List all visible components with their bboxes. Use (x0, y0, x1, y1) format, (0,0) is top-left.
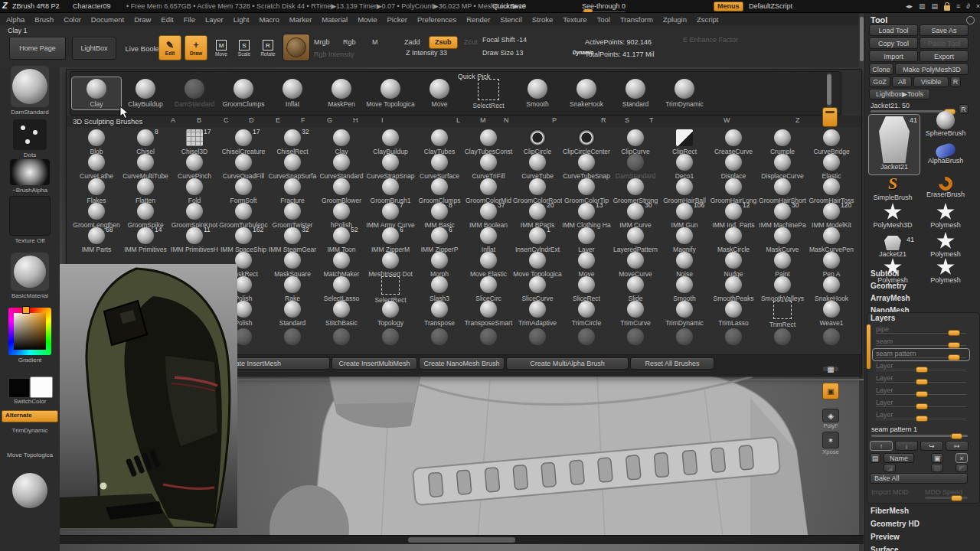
sidebar-item-alternate[interactable]: Alternate (0, 410, 60, 422)
brush-trimlasso[interactable]: TrimLasso (709, 299, 758, 327)
split-layer-button[interactable]: ↪ (920, 441, 943, 451)
secondary-color-swatch[interactable] (30, 377, 53, 398)
brush-claytubesconst[interactable]: ClayTubesConst (464, 128, 513, 155)
section-fibermesh[interactable]: FiberMesh (871, 507, 909, 515)
brush-layeredpattern[interactable]: LayeredPattern (611, 226, 660, 253)
brush-snakehook[interactable]: SnakeHook (562, 77, 611, 108)
quicksave-button[interactable]: QuickSave (492, 2, 526, 11)
name-button[interactable]: Name (884, 453, 914, 463)
menu-movie[interactable]: Movie (358, 15, 377, 24)
menu-draw[interactable]: Draw (134, 15, 151, 24)
menu-texture[interactable]: Texture (563, 15, 586, 24)
layer-intensity-handle[interactable] (916, 367, 928, 373)
brush-clipcurve[interactable]: ClipCurve (611, 128, 660, 155)
brush-deco1[interactable]: Deco1 (660, 152, 709, 180)
letter-tab-l[interactable]: L (456, 116, 460, 124)
brush-crumple[interactable]: Crumple (758, 128, 807, 155)
brush-groomhairball[interactable]: GroomHairBall (660, 177, 709, 204)
lock-icon[interactable] (944, 5, 950, 11)
menu-marker[interactable]: Marker (289, 15, 312, 24)
letter-tab-g[interactable]: G (327, 116, 332, 124)
brush-morph[interactable]: Morph (415, 250, 464, 278)
letter-tab-a[interactable]: A (171, 116, 175, 124)
tool-item-jacket21[interactable]: 41Jacket21 (869, 115, 920, 174)
brush-maskcurvepen[interactable]: MaskCurvePen (807, 226, 856, 253)
layer-row-seam-1[interactable]: seam (873, 337, 969, 348)
layer-extra-icon-button[interactable]: ▨ (931, 464, 943, 472)
brush-imm-modelkit[interactable]: 120IMM ModelKit (807, 201, 856, 229)
brush-flakes[interactable]: Flakes (72, 177, 121, 204)
brush-topology[interactable]: Topology (366, 299, 415, 327)
brush-imm-curve[interactable]: 30IMM Curve (611, 201, 660, 229)
brush-clipcircle[interactable]: ClipCircle (513, 128, 562, 155)
brush-chisel[interactable]: 8Chisel (121, 128, 170, 155)
brush-creasecurve[interactable]: CreaseCurve (709, 128, 758, 155)
solo-tray-button[interactable]: ▣ (821, 383, 841, 399)
layer-row-layer-4[interactable]: Layer (873, 373, 969, 385)
brush-imm-primitives[interactable]: 14IMM Primitives (121, 226, 170, 253)
move-up-button[interactable]: ↑ (870, 441, 893, 451)
menu-preferences[interactable]: Preferences (417, 15, 456, 24)
menu-stroke[interactable]: Stroke (532, 15, 553, 24)
brush-curvebridge[interactable]: CurveBridge (807, 128, 856, 155)
brush-groomspinknot[interactable]: GroomSpinKnot (170, 201, 219, 229)
brush-imm-spaceship[interactable]: 162IMM SpaceShip (219, 226, 268, 253)
mrgb-button[interactable]: Mrgb (314, 38, 330, 47)
menu-zplugin[interactable]: Zplugin (663, 15, 687, 24)
active-tool-slider-label[interactable]: Jacket21. 50 (871, 102, 910, 110)
brush-weave1[interactable]: Weave1 (807, 299, 856, 327)
brush-slicecurve[interactable]: SliceCurve (513, 275, 562, 302)
layer-extra-icon-button[interactable]: ◪ (884, 464, 896, 472)
brush-curvelathe[interactable]: CurveLathe (72, 152, 121, 180)
clone-button[interactable]: Clone (869, 64, 893, 75)
menu-macro[interactable]: Macro (259, 15, 279, 24)
brush-displace[interactable]: Displace (709, 152, 758, 180)
lightbox-button[interactable]: LightBox (72, 37, 116, 60)
brush-chiselrect[interactable]: 32ChiselRect (268, 128, 317, 155)
menu-brush[interactable]: Brush (34, 15, 54, 24)
layers-title[interactable]: Layers (871, 314, 895, 322)
z-intensity-slider-label[interactable]: Z Intensity 33 (406, 49, 447, 57)
create-insertmultimesh-button[interactable]: Create InsertMultiMesh (332, 357, 417, 370)
scale-button[interactable]: S Scale (234, 37, 254, 60)
brush-selectlasso[interactable]: SelectLasso (317, 275, 366, 302)
menu-light[interactable]: Light (234, 15, 250, 24)
menus-button[interactable]: Menus (714, 2, 743, 11)
tool-item-eraserbrush[interactable]: EraserBrush (922, 176, 969, 204)
menu-edit[interactable]: Edit (161, 15, 173, 24)
brush-curvetrifill[interactable]: CurveTriFill (464, 152, 513, 180)
menu-picker[interactable]: Picker (387, 15, 407, 24)
brush-imm-steamgear[interactable]: 32IMM SteamGear (268, 226, 317, 253)
lightbox-tools-button[interactable]: Lightbox▶Tools (869, 89, 930, 99)
letter-tab-n[interactable]: N (504, 116, 509, 124)
letter-tab-m[interactable]: M (480, 116, 486, 124)
brush-blob[interactable]: Blob (72, 128, 121, 155)
saturation-square[interactable] (14, 313, 46, 350)
layer-row-layer-6[interactable]: Layer (873, 398, 969, 409)
create-nanomesh-brush-button[interactable]: Create NanoMesh Brush (419, 357, 505, 370)
letter-tab-d[interactable]: D (249, 116, 254, 124)
menu-layer[interactable]: Layer (205, 15, 224, 24)
brush-groombrush1[interactable]: GroomBrush1 (366, 177, 415, 204)
brush-move[interactable]: Move (562, 250, 611, 278)
brush-curvesnapsurfa[interactable]: CurveSnapSurfa (268, 152, 317, 180)
section-subtool[interactable]: Subtool (871, 269, 899, 278)
brush-imm-gun[interactable]: 106IMM Gun (660, 201, 709, 229)
brush-groomlengthen[interactable]: GroomLengthen (72, 201, 121, 229)
brush-imm-bparts[interactable]: 20IMM BParts (513, 201, 562, 229)
menu-color[interactable]: Color (64, 15, 81, 24)
brush-move-elastic[interactable]: Move Elastic (464, 250, 513, 278)
grid-tray-button[interactable]: ▦ (821, 366, 841, 372)
list-icon-button[interactable]: ▤ (870, 453, 880, 463)
brush-groomhairtoss[interactable]: GroomHairToss (807, 177, 856, 204)
brush-imm-ind-parts[interactable]: 12IMM Ind. Parts (709, 201, 758, 229)
goz-r-button[interactable]: R (950, 77, 961, 87)
move-down-button[interactable]: ↓ (895, 441, 918, 451)
paste-tool-button[interactable]: Paste Tool (920, 37, 969, 49)
brush-clay[interactable]: Clay (72, 77, 121, 109)
goz-all-button[interactable]: All (892, 77, 912, 87)
brush-move[interactable]: Move (415, 77, 464, 108)
bake-all-button[interactable]: Bake All (870, 473, 968, 484)
brush-standard[interactable]: Standard (611, 77, 660, 108)
letter-tab-r[interactable]: R (601, 116, 606, 124)
